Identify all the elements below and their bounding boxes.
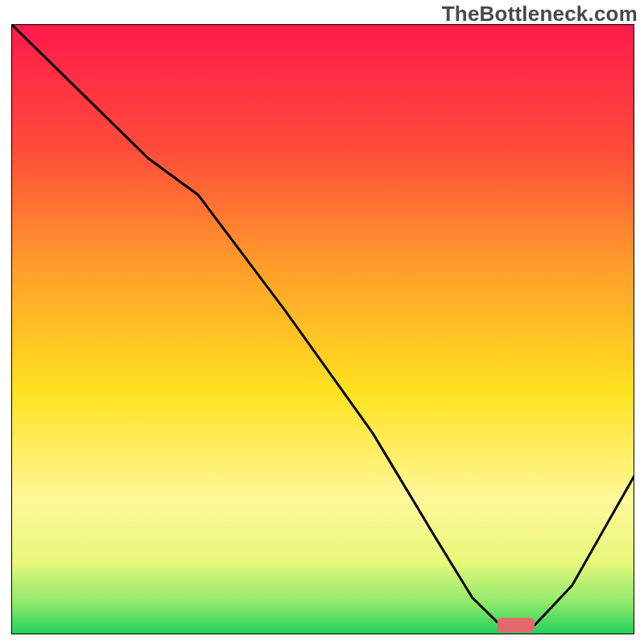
chart-plot (11, 24, 634, 634)
watermark-text: TheBottleneck.com (442, 2, 638, 27)
chart-frame: TheBottleneck.com (0, 0, 644, 644)
optimal-range-marker (497, 618, 535, 633)
chart-svg (11, 24, 634, 634)
